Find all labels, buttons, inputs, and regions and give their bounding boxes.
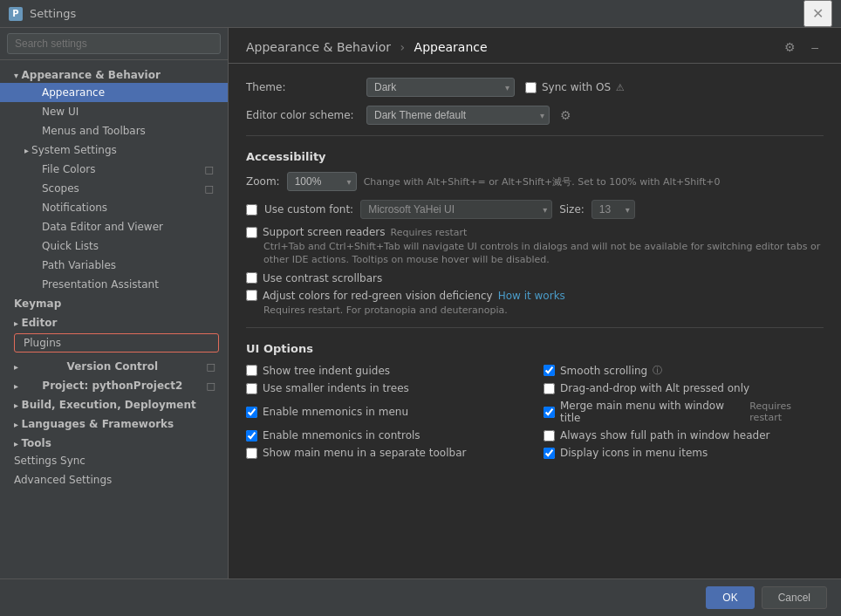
- zoom-select-wrapper: 100% 110% 125% 150% 90% 75%: [287, 172, 357, 191]
- contrast-scrollbars-label[interactable]: Use contrast scrollbars: [263, 272, 382, 284]
- smaller-indents-label[interactable]: Use smaller indents in trees: [263, 382, 409, 394]
- sidebar-item-keymap[interactable]: Keymap: [0, 294, 228, 311]
- content-header: Appearance & Behavior › Appearance ⚙ –: [229, 28, 841, 64]
- sidebar-content: Appearance & Behavior Appearance New UI …: [0, 60, 228, 493]
- file-colors-icon: □: [205, 164, 214, 175]
- sync-os-warning-icon: ⚠: [616, 82, 625, 93]
- drag-drop-alt-checkbox[interactable]: [544, 383, 555, 394]
- sidebar-item-data-editor[interactable]: Data Editor and Viewer: [0, 217, 228, 236]
- adjust-colors-label[interactable]: Adjust colors for red-green vision defic…: [263, 290, 493, 302]
- smooth-scrolling-info-icon[interactable]: ⓘ: [653, 364, 662, 377]
- support-readers-section: Support screen readers Requires restart …: [246, 226, 824, 267]
- adjust-colors-section: Adjust colors for red-green vision defic…: [246, 290, 824, 317]
- sidebar-item-path-variables[interactable]: Path Variables: [0, 256, 228, 275]
- option-smaller-indents: Use smaller indents in trees: [246, 382, 526, 394]
- smaller-indents-checkbox[interactable]: [246, 383, 257, 394]
- sync-os-checkbox[interactable]: [525, 82, 537, 93]
- display-icons-checkbox[interactable]: [544, 448, 555, 459]
- smooth-scrolling-label[interactable]: Smooth scrolling: [560, 365, 647, 377]
- sidebar-item-presentation-assistant[interactable]: Presentation Assistant: [0, 275, 228, 294]
- sidebar-item-new-ui[interactable]: New UI: [0, 102, 228, 121]
- scheme-label: Editor color scheme:: [246, 109, 359, 121]
- option-mnemonics-menu: Enable mnemonics in menu: [246, 400, 526, 424]
- sidebar-item-notifications[interactable]: Notifications: [0, 198, 228, 217]
- cancel-button[interactable]: Cancel: [762, 586, 827, 609]
- sidebar-item-system-settings[interactable]: ▸System Settings: [0, 140, 228, 160]
- mnemonics-controls-checkbox[interactable]: [246, 430, 257, 441]
- display-icons-label[interactable]: Display icons in menu items: [560, 447, 708, 459]
- sidebar-item-advanced-settings[interactable]: Advanced Settings: [0, 470, 228, 489]
- size-select[interactable]: 13 11 12 14 16: [591, 200, 635, 219]
- theme-select[interactable]: Dark Light High Contrast: [366, 78, 515, 97]
- option-mnemonics-controls: Enable mnemonics in controls: [246, 429, 526, 441]
- smooth-scrolling-checkbox[interactable]: [544, 365, 555, 376]
- ok-button[interactable]: OK: [706, 586, 754, 609]
- accessibility-title: Accessibility: [246, 150, 824, 163]
- sidebar-item-version-control[interactable]: Version Control □: [0, 355, 228, 374]
- settings-header-btn[interactable]: ⚙: [779, 38, 801, 56]
- sidebar-item-scopes[interactable]: Scopes □: [0, 179, 228, 198]
- screen-readers-label[interactable]: Support screen readers: [263, 226, 386, 238]
- zoom-select[interactable]: 100% 110% 125% 150% 90% 75%: [287, 172, 357, 191]
- option-show-tree-indent: Show tree indent guides: [246, 364, 526, 377]
- screen-readers-checkbox[interactable]: [246, 227, 257, 238]
- sidebar-item-languages[interactable]: Languages & Frameworks: [0, 413, 228, 432]
- option-display-icons: Display icons in menu items: [544, 447, 824, 459]
- sidebar-item-file-colors[interactable]: File Colors □: [0, 160, 228, 179]
- show-tree-indent-label[interactable]: Show tree indent guides: [263, 365, 390, 377]
- search-bar: [0, 28, 228, 60]
- sidebar-item-menus-toolbars[interactable]: Menus and Toolbars: [0, 121, 228, 140]
- sidebar-item-plugins[interactable]: Plugins: [14, 333, 219, 352]
- minimize-header-btn[interactable]: –: [806, 38, 824, 56]
- adjust-colors-row: Adjust colors for red-green vision defic…: [246, 290, 824, 302]
- content-body: Theme: Dark Light High Contrast Sync wit…: [229, 64, 841, 473]
- sidebar-item-settings-sync[interactable]: Settings Sync: [0, 451, 228, 470]
- ui-options-grid: Show tree indent guides Smooth scrolling…: [246, 364, 824, 459]
- custom-font-checkbox[interactable]: [246, 204, 257, 216]
- sync-os-label[interactable]: Sync with OS: [542, 81, 611, 93]
- custom-font-label[interactable]: Use custom font:: [264, 203, 353, 216]
- option-always-full-path: Always show full path in window header: [544, 429, 824, 441]
- ui-options-title: UI Options: [246, 342, 824, 355]
- sidebar-item-appearance[interactable]: Appearance: [0, 83, 228, 102]
- sidebar-item-tools[interactable]: Tools: [0, 432, 228, 451]
- separate-toolbar-checkbox[interactable]: [246, 448, 257, 459]
- how-it-works-link[interactable]: How it works: [498, 290, 565, 302]
- show-tree-indent-checkbox[interactable]: [246, 365, 257, 376]
- breadcrumb-current: Appearance: [414, 40, 488, 54]
- app-icon: P: [9, 7, 23, 21]
- always-full-path-label[interactable]: Always show full path in window header: [560, 429, 770, 441]
- separate-toolbar-label[interactable]: Show main menu in a separate toolbar: [263, 447, 466, 459]
- adjust-colors-checkbox[interactable]: [246, 290, 257, 301]
- contrast-scrollbars-checkbox[interactable]: [246, 272, 257, 284]
- divider-1: [246, 135, 824, 136]
- breadcrumb: Appearance & Behavior › Appearance: [246, 40, 488, 54]
- scheme-gear-button[interactable]: ⚙: [557, 106, 575, 124]
- option-smooth-scrolling: Smooth scrolling ⓘ: [544, 364, 824, 377]
- titlebar: P Settings ✕: [0, 0, 841, 28]
- sidebar-item-plugins-wrapper: Plugins: [0, 331, 228, 355]
- always-full-path-checkbox[interactable]: [544, 430, 555, 441]
- readers-requires-restart: Requires restart: [391, 227, 468, 238]
- search-input[interactable]: [7, 33, 221, 54]
- option-separate-toolbar: Show main menu in a separate toolbar: [246, 447, 526, 459]
- sidebar-item-editor[interactable]: Editor: [0, 311, 228, 331]
- sidebar-item-project[interactable]: Project: pythonProject2 □: [0, 374, 228, 394]
- sidebar-item-build[interactable]: Build, Execution, Deployment: [0, 394, 228, 413]
- font-select[interactable]: Microsoft YaHei UI Segoe UI Arial: [360, 200, 552, 219]
- content-area: Appearance & Behavior › Appearance ⚙ – T…: [229, 28, 841, 578]
- sidebar-item-appearance-behavior[interactable]: Appearance & Behavior: [0, 64, 228, 83]
- mnemonics-menu-checkbox[interactable]: [246, 407, 257, 418]
- drag-drop-alt-label[interactable]: Drag-and-drop with Alt pressed only: [560, 382, 749, 394]
- font-row: Use custom font: Microsoft YaHei UI Sego…: [246, 200, 824, 219]
- footer: OK Cancel: [0, 578, 841, 616]
- sidebar-item-quick-lists[interactable]: Quick Lists: [0, 236, 228, 256]
- mnemonics-controls-label[interactable]: Enable mnemonics in controls: [263, 429, 420, 441]
- merge-main-menu-label[interactable]: Merge main menu with window title: [560, 400, 741, 424]
- close-button[interactable]: ✕: [803, 0, 832, 27]
- deficiency-helper-text: Requires restart. For protanopia and deu…: [263, 304, 824, 317]
- merge-main-menu-checkbox[interactable]: [544, 407, 555, 418]
- scheme-select[interactable]: Dark Theme default Darcula High Contrast: [366, 106, 550, 125]
- mnemonics-menu-label[interactable]: Enable mnemonics in menu: [263, 406, 408, 418]
- scheme-row: Editor color scheme: Dark Theme default …: [246, 106, 824, 125]
